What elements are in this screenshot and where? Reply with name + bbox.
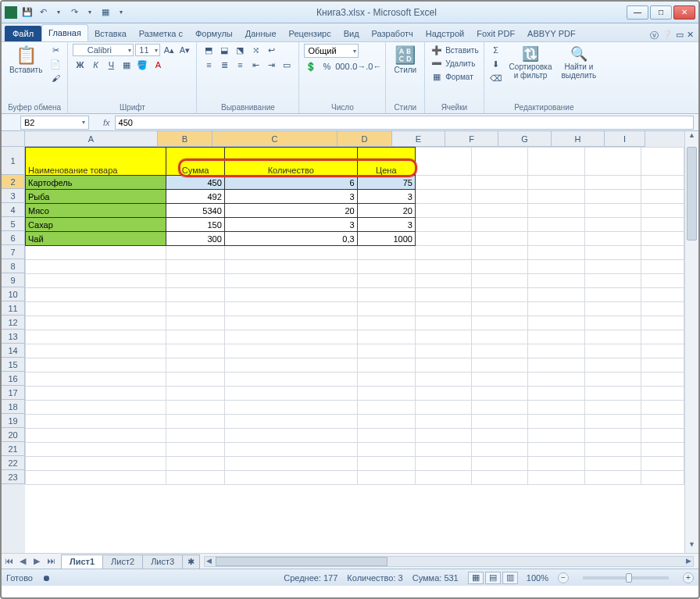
row-header-20[interactable]: 20 (2, 428, 25, 442)
cell-I11[interactable] (641, 302, 684, 316)
cell-I3[interactable] (641, 190, 684, 204)
cell-E22[interactable] (415, 457, 471, 471)
cell-B19[interactable] (166, 415, 224, 429)
cell-E1[interactable] (415, 148, 471, 176)
cell-F17[interactable] (472, 387, 528, 401)
cell-E11[interactable] (415, 302, 471, 316)
cell-C5[interactable]: 3 (224, 218, 357, 232)
cell-H11[interactable] (584, 302, 641, 316)
cell-H21[interactable] (584, 443, 641, 457)
cell-B2[interactable]: 450 (166, 176, 224, 190)
increase-decimal-icon[interactable]: .0→ (351, 60, 365, 73)
cell-G13[interactable] (528, 330, 584, 344)
cell-B17[interactable] (166, 387, 224, 401)
col-header-I[interactable]: I (605, 131, 645, 147)
align-left-icon[interactable]: ≡ (202, 59, 216, 71)
minimize-ribbon-icon[interactable]: ⓥ (650, 30, 659, 41)
cell-C4[interactable]: 20 (224, 204, 357, 218)
window-close-icon[interactable]: ✕ (687, 30, 694, 41)
fill-icon[interactable]: ⬇ (489, 58, 503, 70)
bold-button[interactable]: Ж (73, 59, 87, 71)
hscroll-thumb[interactable] (216, 557, 388, 566)
cell-A6[interactable]: Чай (26, 232, 166, 246)
increase-indent-icon[interactable]: ⇥ (264, 59, 278, 71)
cell-G22[interactable] (528, 457, 584, 471)
wrap-text-icon[interactable]: ↩ (264, 44, 278, 56)
cell-F7[interactable] (472, 246, 528, 260)
cell-C3[interactable]: 3 (224, 190, 357, 204)
cell-H2[interactable] (584, 176, 641, 190)
cell-D21[interactable] (357, 443, 415, 457)
row-header-14[interactable]: 14 (2, 344, 25, 358)
cell-A2[interactable]: Картофель (26, 176, 166, 190)
cell-B23[interactable] (166, 471, 224, 485)
cell-I8[interactable] (641, 260, 684, 274)
window-restore-icon[interactable]: ▭ (676, 30, 684, 41)
paste-button[interactable]: 📋 Вставить (6, 44, 45, 76)
cell-E15[interactable] (415, 358, 471, 373)
cell-B5[interactable]: 150 (166, 218, 224, 232)
row-header-23[interactable]: 23 (2, 470, 25, 484)
cell-E13[interactable] (415, 330, 471, 344)
cell-H16[interactable] (584, 373, 641, 387)
cell-H6[interactable] (584, 232, 641, 246)
row-header-12[interactable]: 12 (2, 316, 25, 330)
row-header-9[interactable]: 9 (2, 273, 25, 287)
styles-button[interactable]: 🔠 Стили (391, 44, 420, 76)
row-header-8[interactable]: 8 (2, 259, 25, 273)
ribbon-tab-10[interactable]: ABBYY PDF (521, 26, 582, 41)
cell-B15[interactable] (166, 358, 224, 373)
undo-dropdown[interactable] (52, 5, 66, 20)
cell-G10[interactable] (528, 288, 584, 302)
row-header-16[interactable]: 16 (2, 372, 25, 386)
cell-I4[interactable] (641, 204, 684, 218)
cell-A10[interactable] (26, 288, 166, 302)
row-header-3[interactable]: 3 (2, 189, 25, 203)
cell-F20[interactable] (472, 429, 528, 443)
cell-F14[interactable] (472, 344, 528, 358)
cell-C11[interactable] (224, 302, 357, 316)
cell-G17[interactable] (528, 387, 584, 401)
cell-F9[interactable] (472, 274, 528, 288)
format-cells-icon[interactable]: ▦ (430, 70, 444, 83)
cell-G21[interactable] (528, 443, 584, 457)
cell-E16[interactable] (415, 373, 471, 387)
cell-I22[interactable] (641, 457, 684, 471)
format-painter-icon[interactable]: 🖌 (48, 72, 62, 84)
vscroll-thumb[interactable] (687, 147, 697, 241)
cell-H15[interactable] (584, 358, 641, 373)
cell-G4[interactable] (528, 204, 584, 218)
cell-C9[interactable] (224, 274, 357, 288)
cell-C16[interactable] (224, 373, 357, 387)
row-header-2[interactable]: 2 (2, 175, 25, 189)
cell-I2[interactable] (641, 176, 684, 190)
cell-D23[interactable] (357, 471, 415, 485)
cell-E7[interactable] (415, 246, 471, 260)
row-header-17[interactable]: 17 (2, 386, 25, 400)
scroll-up-icon[interactable]: ▲ (685, 131, 698, 144)
cell-I14[interactable] (641, 344, 684, 358)
ribbon-tab-6[interactable]: Вид (338, 26, 366, 41)
cell-C15[interactable] (224, 358, 357, 373)
cell-H9[interactable] (584, 274, 641, 288)
cell-H5[interactable] (584, 218, 641, 232)
cell-B9[interactable] (166, 274, 224, 288)
ribbon-tab-7[interactable]: Разработч (366, 26, 420, 41)
find-select-button[interactable]: 🔍 Найти и выделить (558, 44, 599, 81)
cell-G23[interactable] (528, 471, 584, 485)
cell-F12[interactable] (472, 316, 528, 330)
col-header-C[interactable]: C (212, 131, 338, 147)
file-tab[interactable]: Файл (5, 26, 41, 41)
cell-A23[interactable] (26, 471, 166, 485)
select-all-corner[interactable] (2, 131, 25, 147)
insert-sheet-icon[interactable]: ✱ (182, 554, 200, 569)
cell-E17[interactable] (415, 387, 471, 401)
cell-F21[interactable] (472, 443, 528, 457)
ribbon-tab-9[interactable]: Foxit PDF (470, 26, 521, 41)
cell-G3[interactable] (528, 190, 584, 204)
cell-F23[interactable] (472, 471, 528, 485)
cell-A7[interactable] (26, 246, 166, 260)
cell-A22[interactable] (26, 457, 166, 471)
cell-I21[interactable] (641, 443, 684, 457)
row-header-4[interactable]: 4 (2, 203, 25, 217)
